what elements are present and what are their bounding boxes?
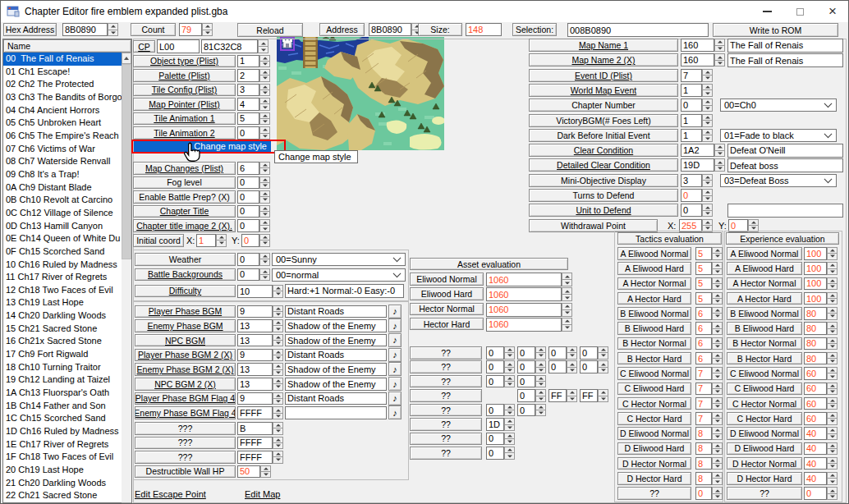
spinner-control[interactable]: [712, 383, 723, 396]
detail-button[interactable]: Turns to Defend: [529, 189, 678, 202]
field-button[interactable]: Palette (Plist): [133, 69, 236, 82]
tactics-row-button[interactable]: A Eliwood Normal: [617, 247, 691, 260]
tactics-value-input[interactable]: 8: [695, 472, 712, 485]
list-item[interactable]: 17 Ch9 Fort Rigwald: [3, 348, 122, 361]
experience-row-button[interactable]: C Hector Normal: [727, 397, 802, 410]
experience-row-button[interactable]: C Eliwood Hard: [727, 383, 802, 396]
detail-value-input[interactable]: 0: [681, 99, 702, 112]
spinner-control[interactable]: [712, 427, 723, 440]
unknown-grid-button[interactable]: ??: [410, 346, 482, 360]
spinner-control[interactable]: [827, 292, 838, 305]
tactics-row-button[interactable]: D Eliwood Hard: [617, 442, 691, 456]
detail-button[interactable]: Dark Before Initial Event: [529, 129, 678, 142]
wall-hp-button[interactable]: Destructible Wall HP: [135, 465, 236, 479]
field-button[interactable]: Tile Animation 1: [133, 112, 236, 126]
detail-button[interactable]: Unit to Defend: [529, 204, 678, 217]
field-button[interactable]: Chapter Title: [133, 205, 236, 218]
spinner-control[interactable]: [567, 346, 577, 360]
hex-address-input[interactable]: 8B0890: [62, 23, 108, 36]
field-value-input[interactable]: 2: [237, 69, 259, 82]
unknown-grid-input[interactable]: 0: [486, 447, 504, 460]
list-item[interactable]: 05 Ch5 Unbroken Heart: [3, 117, 122, 130]
list-item[interactable]: 1A Ch13 Fluorspar's Oath: [3, 387, 122, 400]
spinner-control[interactable]: [827, 247, 838, 260]
tactics-row-button[interactable]: B Hector Normal: [617, 337, 691, 351]
detail-value-input[interactable]: 160: [681, 39, 714, 52]
unknown-grid-input[interactable]: 1D: [486, 418, 504, 431]
asset-value-input[interactable]: 1060: [486, 303, 562, 317]
selection-input[interactable]: 008B0890: [567, 23, 709, 37]
spinner-control[interactable]: [535, 346, 546, 360]
bgm-button[interactable]: NPC BGM 2 (X): [135, 378, 236, 391]
field-value-input[interactable]: 0: [237, 268, 259, 282]
spinner-control[interactable]: [827, 337, 838, 351]
pointer-prefix-input[interactable]: L00: [157, 39, 200, 53]
bgm-name-input[interactable]: Shadow of the Enemy: [285, 334, 387, 347]
unknown-grid-input[interactable]: FF: [548, 389, 567, 402]
spinner-control[interactable]: [714, 39, 725, 52]
asset-row-button[interactable]: Eliwood Normal: [410, 273, 484, 286]
tactics-row-button[interactable]: B Eliwood Normal: [617, 307, 691, 320]
spinner-control[interactable]: [702, 189, 713, 202]
bgm-value-input[interactable]: 13: [237, 378, 273, 391]
spinner-control[interactable]: [259, 190, 270, 204]
experience-value-input[interactable]: 100: [804, 262, 827, 275]
tactics-value-input[interactable]: 7: [695, 412, 712, 425]
unknown-grid-input[interactable]: 0: [548, 346, 567, 360]
list-item[interactable]: 21 Ch20 Darkling Woods: [3, 477, 122, 490]
experience-value-input[interactable]: 60: [804, 397, 827, 410]
field-value-input[interactable]: 6: [237, 162, 259, 175]
field-value-input[interactable]: 5: [237, 112, 259, 126]
tactics-value-input[interactable]: 8: [695, 457, 712, 470]
tactics-row-button[interactable]: A Hector Normal: [617, 277, 691, 291]
unknown-grid-input[interactable]: 0: [486, 346, 504, 360]
difficulty-value-input[interactable]: 10: [237, 285, 273, 298]
bgm-value-input[interactable]: 9: [237, 349, 273, 362]
unknown-grid-button[interactable]: ??: [410, 418, 482, 431]
detail-text-input[interactable]: The Fall of Renais: [727, 53, 843, 67]
list-item[interactable]: 04 Ch4 Ancient Horrors: [3, 104, 122, 117]
spinner-control[interactable]: [702, 114, 713, 127]
spinner-control[interactable]: [827, 277, 838, 291]
list-item[interactable]: 0C Ch12 Village of Silence: [3, 207, 122, 220]
edit-escape-point-link[interactable]: Edit Escape Point: [135, 489, 225, 501]
tactics-row-button[interactable]: D Hector Normal: [617, 457, 691, 470]
spinner-control[interactable]: [567, 360, 577, 373]
detail-value-input[interactable]: 7: [681, 69, 702, 82]
experience-value-input[interactable]: 100: [804, 292, 827, 305]
asset-value-input[interactable]: 1060: [486, 287, 562, 301]
tactics-value-input[interactable]: 6: [695, 337, 712, 351]
spinner-control[interactable]: [562, 273, 572, 286]
spinner-control[interactable]: [827, 457, 838, 470]
spinner-control[interactable]: [259, 55, 270, 68]
unknown-grid-button[interactable]: ??: [410, 447, 482, 460]
asset-value-input[interactable]: 1060: [486, 273, 562, 286]
list-item[interactable]: 1C Ch15 Scorched Sand: [3, 412, 122, 425]
unknown-field-button[interactable]: ???: [135, 437, 236, 450]
asset-row-button[interactable]: Eliwood Hard: [410, 287, 484, 300]
detail-value-input[interactable]: 3: [681, 174, 702, 187]
spinner-control[interactable]: [827, 442, 838, 456]
play-note-button[interactable]: ♪: [388, 362, 402, 376]
bgm-button[interactable]: Enemy Phase BGM: [135, 319, 236, 332]
bgm-button[interactable]: NPC BGM: [135, 334, 236, 347]
spinner-control[interactable]: [598, 346, 608, 360]
unknown-grid-input[interactable]: 0: [486, 375, 504, 388]
experience-row-button[interactable]: D Hector Normal: [727, 457, 802, 470]
spinner-control[interactable]: [273, 349, 283, 362]
spinner-control[interactable]: [504, 418, 515, 431]
experience-row-button[interactable]: D Eliwood Hard: [727, 442, 802, 456]
tactics-value-input[interactable]: 5: [695, 262, 712, 275]
count-input[interactable]: 79: [179, 23, 202, 36]
spinner-control[interactable]: [273, 406, 283, 419]
tactics-value-input[interactable]: 8: [695, 427, 712, 440]
tactics-row-button[interactable]: C Eliwood Hard: [617, 383, 691, 396]
unknown-grid-input[interactable]: 0: [517, 404, 535, 417]
bgm-button[interactable]: Player Phase BGM 2 (X): [135, 349, 236, 362]
unknown-grid-input[interactable]: 0: [486, 360, 504, 373]
experience-row-button[interactable]: B Eliwood Normal: [727, 307, 802, 320]
tactics-row-button[interactable]: ??: [617, 487, 691, 500]
tactics-value-input[interactable]: 0: [695, 487, 712, 500]
initial-x-input[interactable]: 1: [196, 234, 216, 247]
spinner-control[interactable]: [712, 352, 723, 365]
